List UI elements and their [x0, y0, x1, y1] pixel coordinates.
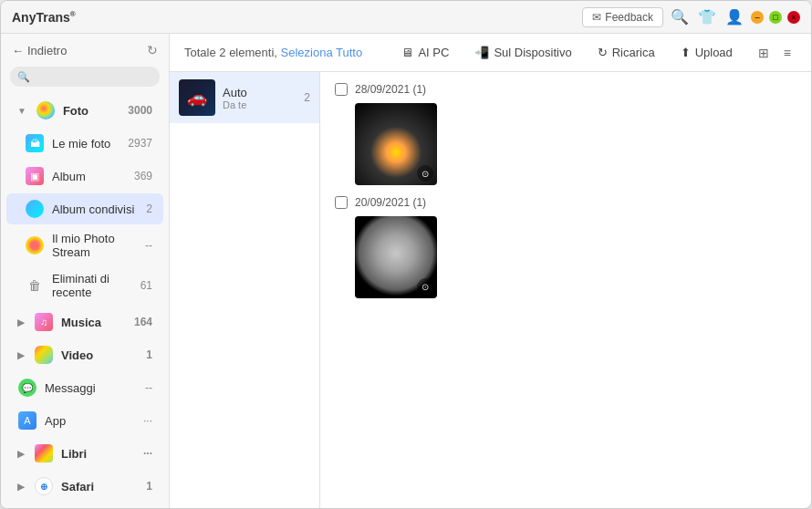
ricarica-button[interactable]: ↻ Ricarica — [592, 42, 661, 63]
email-icon: ✉ — [592, 11, 601, 24]
safari-label: Safari — [61, 480, 139, 493]
musica-label: Musica — [61, 316, 127, 329]
photo-stream-count: -- — [145, 239, 152, 252]
refresh-icon[interactable]: ↻ — [147, 43, 158, 57]
album-label: Album — [52, 170, 127, 183]
maximize-button[interactable]: □ — [769, 11, 782, 24]
album-auto-sub: Da te — [223, 99, 297, 110]
sidebar-header: ← Indietro ↻ — [1, 34, 169, 63]
content-body: 🚗 Auto Da te 2 — [170, 72, 811, 508]
title-bar-left: AnyTrans® — [12, 10, 76, 25]
date-checkbox-2[interactable] — [335, 196, 348, 209]
photos-area: 28/09/2021 (1) ⊙ 20/09 — [320, 72, 811, 508]
grid-view-button[interactable]: ⊞ — [753, 43, 775, 63]
sidebar-item-messaggi[interactable]: 💬 Messaggi -- — [6, 372, 163, 403]
list-view-button[interactable]: ≡ — [778, 43, 796, 63]
musica-icon: ♫ — [34, 312, 54, 332]
messaggi-icon: 💬 — [17, 378, 37, 398]
messaggi-count: -- — [145, 381, 152, 394]
back-label: Indietro — [27, 44, 67, 57]
view-toggle: ⊞ ≡ — [753, 43, 796, 63]
refresh-icon: ↻ — [598, 46, 608, 59]
ai-pc-label: AI PC — [418, 46, 449, 59]
expand-video-icon: ▶ — [17, 350, 25, 360]
foto-label: Foto — [63, 104, 120, 118]
expand-music-icon: ▶ — [17, 317, 25, 327]
search-magnifier-icon: 🔍 — [17, 71, 30, 83]
date-header-2: 20/09/2021 (1) — [335, 196, 796, 209]
expand-safari-icon: ▶ — [17, 482, 25, 492]
title-bar: AnyTrans® ✉ Feedback 🔍 👕 👤 – □ × — [1, 1, 811, 34]
album-condivisi-count: 2 — [146, 203, 152, 215]
app-count: ··· — [143, 414, 152, 427]
libri-count: ··· — [143, 447, 152, 460]
sidebar-item-le-mie-foto[interactable]: 🏔 Le mie foto 2937 — [6, 128, 163, 159]
sidebar-item-musica[interactable]: ▶ ♫ Musica 164 — [6, 306, 163, 338]
title-bar-right: ✉ Feedback 🔍 👕 👤 – □ × — [582, 7, 800, 27]
sidebar-item-safari[interactable]: ▶ ⊕ Safari 1 — [6, 471, 163, 502]
sidebar-search-input[interactable] — [34, 70, 152, 83]
content-area: Totale 2 elementi, Seleziona Tutto 🖥 AI … — [170, 34, 811, 508]
feedback-button[interactable]: ✉ Feedback — [582, 7, 663, 27]
sul-dispositivo-label: Sul Dispositivo — [494, 46, 571, 59]
person-icon[interactable]: 👤 — [725, 8, 744, 26]
upload-button[interactable]: ⬆ Upload — [675, 42, 738, 63]
content-actions: 🖥 AI PC 📲 Sul Dispositivo ↻ Ricarica ⬆ U… — [396, 42, 796, 63]
sidebar-item-foto[interactable]: ▼ Foto 3000 — [6, 95, 163, 126]
sidebar-item-podcast[interactable]: 🎙 Podcast ··· — [6, 504, 163, 508]
select-all-link[interactable]: Seleziona Tutto — [281, 46, 363, 59]
expand-libri-icon: ▶ — [17, 449, 25, 459]
sidebar-item-eliminati[interactable]: 🗑 Eliminati di recente 61 — [6, 266, 163, 305]
sidebar-item-photo-stream[interactable]: Il mio Photo Stream -- — [6, 226, 163, 265]
musica-count: 164 — [134, 316, 152, 328]
trash-icon: 🗑 — [25, 275, 45, 296]
mie-foto-icon: 🏔 — [25, 133, 45, 153]
sidebar-search-box: 🔍 — [10, 67, 160, 87]
album-list: 🚗 Auto Da te 2 — [170, 72, 320, 508]
album-item-auto[interactable]: 🚗 Auto Da te 2 — [170, 72, 319, 123]
album-auto-count: 2 — [304, 91, 310, 104]
upload-icon: ⬆ — [681, 46, 691, 59]
eliminati-label: Eliminati di recente — [52, 272, 133, 299]
ricarica-label: Ricarica — [612, 46, 655, 59]
search-icon[interactable]: 🔍 — [671, 8, 689, 26]
window-controls: – □ × — [751, 11, 800, 24]
ai-pc-button[interactable]: 🖥 AI PC — [396, 42, 454, 63]
app-label: App — [45, 414, 136, 428]
photo-stream-label: Il mio Photo Stream — [52, 232, 138, 259]
sidebar-item-app[interactable]: A App ··· — [6, 405, 163, 436]
minimize-button[interactable]: – — [751, 11, 764, 24]
foto-icon — [36, 100, 56, 120]
photos-grid-1: ⊙ — [335, 103, 796, 185]
sidebar-item-album-condivisi[interactable]: Album condivisi 2 — [6, 193, 163, 224]
close-button[interactable]: × — [787, 11, 800, 24]
date-header-1: 28/09/2021 (1) — [335, 83, 796, 96]
safari-count: 1 — [146, 480, 152, 493]
feedback-label: Feedback — [605, 11, 653, 24]
date-group-1: 28/09/2021 (1) ⊙ — [335, 83, 796, 185]
expand-icon: ▼ — [17, 106, 26, 116]
sidebar: ← Indietro ↻ 🔍 ▼ Foto 3000 🏔 Le mie foto… — [1, 34, 170, 508]
photo-fireworks[interactable]: ⊙ — [355, 103, 437, 185]
album-condivisi-icon — [25, 199, 45, 219]
sidebar-item-video[interactable]: ▶ Video 1 — [6, 339, 163, 370]
album-auto-info: Auto Da te — [223, 86, 297, 110]
date-label-1: 28/09/2021 (1) — [355, 83, 426, 96]
main-layout: ← Indietro ↻ 🔍 ▼ Foto 3000 🏔 Le mie foto… — [1, 34, 811, 508]
device-icon: 📲 — [474, 46, 489, 59]
computer-icon: 🖥 — [401, 46, 413, 59]
shirt-icon[interactable]: 👕 — [698, 8, 716, 26]
date-checkbox-1[interactable] — [335, 83, 348, 96]
album-count: 369 — [134, 170, 152, 182]
sul-dispositivo-button[interactable]: 📲 Sul Dispositivo — [469, 42, 577, 63]
content-header: Totale 2 elementi, Seleziona Tutto 🖥 AI … — [170, 34, 811, 72]
sidebar-item-libri[interactable]: ▶ Libri ··· — [6, 438, 163, 469]
app-title: AnyTrans® — [12, 10, 76, 25]
libri-icon — [34, 443, 54, 463]
sidebar-item-album[interactable]: ▣ Album 369 — [6, 161, 163, 192]
safari-icon: ⊕ — [34, 476, 54, 496]
photo-moon[interactable]: ⊙ — [355, 216, 437, 298]
upload-label: Upload — [695, 46, 733, 59]
photo-moon-overlay-icon: ⊙ — [417, 278, 433, 295]
back-button[interactable]: ← Indietro — [12, 44, 67, 57]
